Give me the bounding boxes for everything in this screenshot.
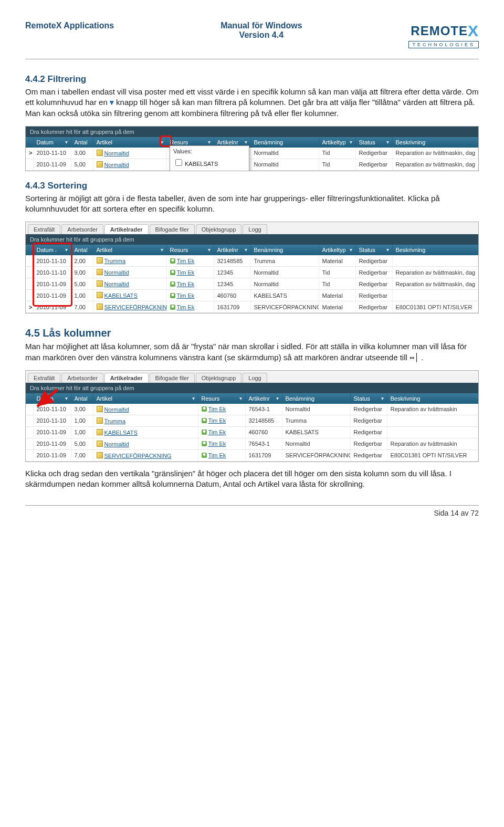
table-row[interactable]: 2010-11-091,00 KABELSATS Tim Ek 460760KA… xyxy=(26,426,478,438)
column-header[interactable]: Status▾ xyxy=(355,245,392,255)
column-header[interactable]: Resurs▾ xyxy=(198,393,245,404)
note-icon xyxy=(97,303,103,310)
funnel-icon[interactable]: ▾ xyxy=(239,395,242,401)
user-icon xyxy=(170,258,175,264)
column-header[interactable]: Artikeltyp▾ xyxy=(319,245,355,255)
table-row[interactable]: 2010-11-102,00 Trumma Tim Ek 32148585Tru… xyxy=(26,255,478,267)
header-right: REMOTEX TECHNOLOGIES xyxy=(408,21,479,48)
tab[interactable]: Extrafält xyxy=(28,224,60,234)
note-icon xyxy=(97,441,103,447)
note-icon xyxy=(97,269,103,275)
column-header[interactable]: Artikelnr▾ xyxy=(245,393,282,404)
funnel-icon[interactable]: ▾ xyxy=(208,247,211,253)
column-header[interactable]: Artikel▾ xyxy=(93,245,166,255)
column-header[interactable]: Antal xyxy=(71,393,93,404)
column-header[interactable]: Beskrivning xyxy=(392,245,478,255)
funnel-icon[interactable]: ▾ xyxy=(386,139,389,145)
funnel-icon[interactable]: ▾ xyxy=(276,395,279,401)
table-row[interactable]: > 2010-11-103,00 Normaltid NormaltidTidR… xyxy=(26,148,478,159)
page-header: RemoteX Applications Manual för Windows … xyxy=(25,21,479,59)
funnel-icon[interactable]: ▾ xyxy=(350,139,352,145)
column-header[interactable]: Beskrivning xyxy=(387,393,478,404)
red-highlight-datum-col xyxy=(33,243,72,306)
column-header[interactable]: Artikel▾ xyxy=(93,393,198,404)
tab[interactable]: Artikelrader xyxy=(104,224,149,234)
column-header[interactable]: Antal xyxy=(71,245,93,255)
funnel-icon[interactable]: ▾ xyxy=(192,395,195,401)
note-icon xyxy=(97,406,103,412)
table-row[interactable]: > 2010-11-097,00 SERVICEFÖRPACKNING Tim … xyxy=(26,301,478,313)
column-header[interactable]: Artikel▾ xyxy=(93,137,166,148)
column-header[interactable]: Datum▾ xyxy=(33,137,71,148)
resize-cursor-icon: ↔│ xyxy=(410,353,419,362)
tab[interactable]: Logg xyxy=(243,373,267,383)
column-header[interactable]: Beskrivning xyxy=(392,137,478,148)
column-header[interactable]: Artikelnr▾ xyxy=(214,245,250,255)
note-icon xyxy=(97,429,103,435)
funnel-icon[interactable]: ▾ xyxy=(65,395,68,401)
funnel-icon[interactable]: ▾ xyxy=(350,247,352,253)
filtering-grid: Datum▾AntalArtikel▾Resurs▾Artikelnr▾Benä… xyxy=(26,137,478,171)
funnel-icon[interactable]: ▾ xyxy=(65,139,68,145)
table-row[interactable]: 2010-11-095,00 Normaltid NormaltidTidRed… xyxy=(26,159,478,170)
table-row[interactable]: 2010-11-103,00 Normaltid Tim Ek 76543-1N… xyxy=(26,404,478,415)
filter-dropdown-head: Values: xyxy=(170,146,249,156)
section-443-title: 4.4.3 Sortering xyxy=(25,181,479,191)
user-icon xyxy=(202,418,207,423)
section-45-paragraph2: Klicka och drag sedan den vertikala "grä… xyxy=(25,468,479,490)
table-row[interactable]: 2010-11-109,00 Normaltid Tim Ek 12345Nor… xyxy=(26,267,478,278)
funnel-icon[interactable]: ▾ xyxy=(386,247,389,253)
filter-option[interactable]: KABELSATS xyxy=(170,156,249,169)
funnel-icon[interactable]: ▾ xyxy=(208,139,211,145)
sorting-grid: Datum↓▾AntalArtikel▾Resurs▾Artikelnr▾Ben… xyxy=(26,245,478,313)
section-45-title: 4.5 Lås kolumner xyxy=(25,327,479,339)
logo-subtitle: TECHNOLOGIES xyxy=(408,41,479,48)
column-header[interactable]: Antal xyxy=(71,137,93,148)
note-icon xyxy=(97,161,103,168)
tab[interactable]: Artikelrader xyxy=(104,373,149,383)
filter-checkbox[interactable] xyxy=(175,159,182,166)
tab[interactable]: Extrafält xyxy=(28,373,60,383)
red-highlight-funnel xyxy=(160,136,172,146)
funnel-icon[interactable]: ▾ xyxy=(381,395,384,401)
logo: REMOTEX xyxy=(408,21,479,39)
funnel-icon[interactable]: ▾ xyxy=(245,139,247,145)
tab[interactable]: Bifogade filer xyxy=(150,224,195,234)
column-header[interactable]: Status▾ xyxy=(355,137,392,148)
tab[interactable]: Objektsgrupp xyxy=(196,373,242,383)
note-icon xyxy=(97,452,103,458)
table-row[interactable]: 2010-11-095,00 Normaltid Tim Ek 12345Nor… xyxy=(26,278,478,290)
table-row[interactable]: 2010-11-095,00 Normaltid Tim Ek 76543-1N… xyxy=(26,438,478,449)
note-icon xyxy=(97,417,103,424)
user-icon xyxy=(170,270,175,275)
column-header[interactable]: Artikeltyp▾ xyxy=(319,137,355,148)
column-header[interactable]: Status▾ xyxy=(350,393,387,404)
table-row[interactable]: 2010-11-101,00 Trumma Tim Ek 32148585Tru… xyxy=(26,415,478,426)
logo-x: X xyxy=(468,22,479,39)
tab[interactable]: Logg xyxy=(243,224,267,234)
table-row[interactable]: 2010-11-097,00 SERVICEFÖRPACKNING Tim Ek… xyxy=(26,449,478,461)
group-bar[interactable]: Dra kolumner hit för att gruppera på dem xyxy=(26,127,478,137)
filter-dropdown[interactable]: Values: KABELSATSNormaltidSERVICEFÖRPACK… xyxy=(170,145,249,171)
tab[interactable]: Arbetsorder xyxy=(61,224,103,234)
tabs-bar: ExtrafältArbetsorderArtikelraderBifogade… xyxy=(26,371,478,383)
funnel-icon[interactable]: ▾ xyxy=(245,247,247,253)
column-header[interactable]: Benämning xyxy=(250,245,319,255)
user-icon xyxy=(202,441,207,446)
header-center: Manual för Windows Version 4.4 xyxy=(220,21,302,40)
tab[interactable]: Bifogade filer xyxy=(150,373,195,383)
screenshot-sorting: ExtrafältArbetsorderArtikelraderBifogade… xyxy=(25,222,479,313)
section-443-paragraph: Sortering är möjligt att göra i de flest… xyxy=(25,193,479,215)
funnel-icon[interactable]: ▾ xyxy=(161,247,163,253)
note-icon xyxy=(97,150,103,156)
column-header[interactable]: Resurs▾ xyxy=(166,245,214,255)
table-row[interactable]: 2010-11-091,00 KABELSATS Tim Ek 460760KA… xyxy=(26,290,478,301)
filter-option[interactable]: Normaltid xyxy=(170,169,249,171)
tab[interactable]: Arbetsorder xyxy=(61,373,103,383)
column-header[interactable]: Benämning xyxy=(282,393,350,404)
note-icon xyxy=(97,280,103,287)
group-bar[interactable]: Dra kolumner hit för att gruppera på dem xyxy=(26,383,478,393)
column-header[interactable]: Benämning xyxy=(250,137,319,148)
group-bar[interactable]: Dra kolumner hit för att gruppera på dem xyxy=(26,234,478,245)
tab[interactable]: Objektsgrupp xyxy=(196,224,242,234)
